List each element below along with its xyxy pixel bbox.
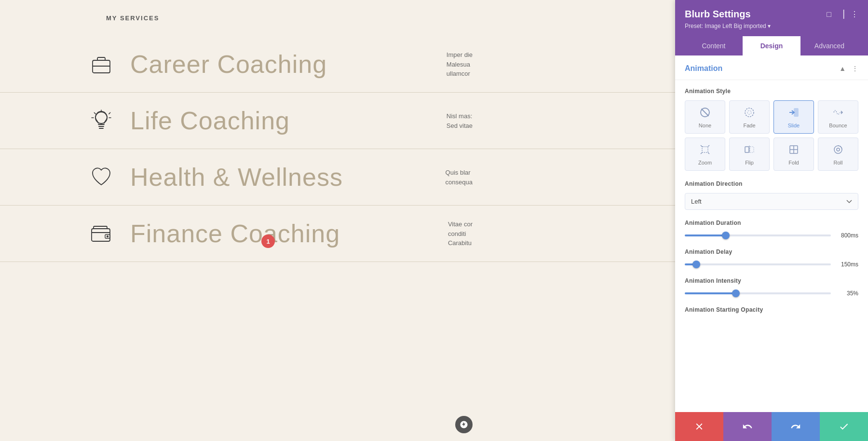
animation-direction-row: Animation Direction Left Right Top Botto… (685, 180, 858, 210)
section-collapse-icon[interactable]: ▲ (839, 65, 846, 72)
tool-icon[interactable] (455, 416, 473, 433)
slide-icon (788, 107, 800, 120)
health-description: Quis blar consequa (446, 168, 473, 187)
service-item-finance: Finance Coaching Vitae cor conditi Carab… (0, 206, 675, 262)
animation-duration-row: Animation Duration 800ms (685, 220, 858, 239)
anim-btn-fold[interactable]: Fold (773, 138, 814, 171)
redo-button[interactable] (772, 412, 820, 441)
svg-rect-0 (93, 60, 110, 73)
animation-intensity-slider: 35% (685, 290, 858, 297)
anim-btn-zoom[interactable]: Zoom (685, 138, 725, 171)
notification-badge: 1 (261, 234, 275, 248)
lightbulb-icon (87, 106, 116, 135)
svg-point-5 (107, 236, 108, 237)
bounce-label: Bounce (829, 123, 847, 128)
animation-style-grid: None Fade (685, 100, 858, 171)
service-item-health: Health & Wellness Quis blar consequa (0, 149, 675, 206)
my-services-label: MY SERVICES (0, 14, 675, 36)
anim-btn-roll[interactable]: Roll (818, 138, 858, 171)
undo-button[interactable] (723, 412, 772, 441)
slide-label: Slide (788, 123, 800, 128)
roll-label: Roll (834, 160, 843, 165)
panel-tabs: Content Design Advanced (685, 36, 858, 55)
panel-columns-icon[interactable]: ▕ (838, 10, 844, 19)
finance-coaching-title: Finance Coaching (130, 219, 340, 248)
panel-menu-icon[interactable]: ⋮ (851, 10, 858, 19)
fold-label: Fold (788, 160, 799, 165)
svg-rect-15 (750, 147, 754, 152)
wallet-icon (87, 219, 116, 248)
delay-value: 150ms (837, 261, 858, 268)
finance-description: Vitae cor conditi Carabitu (448, 220, 473, 248)
panel-body: Animation ▲ ⋮ Animation Style None (675, 55, 868, 441)
duration-value: 800ms (837, 232, 858, 239)
section-more-icon[interactable]: ⋮ (852, 65, 858, 72)
fade-label: Fade (743, 123, 755, 128)
animation-direction-label: Animation Direction (685, 180, 858, 187)
anim-btn-flip[interactable]: Flip (729, 138, 770, 171)
animation-intensity-row: Animation Intensity 35% (685, 277, 858, 297)
roll-icon (832, 144, 844, 157)
main-content: MY SERVICES Career Coaching Imper die Ma… (0, 0, 675, 441)
animation-style-label: Animation Style (685, 88, 858, 95)
intensity-track[interactable] (685, 292, 831, 294)
briefcase-icon (87, 50, 116, 79)
tab-content[interactable]: Content (685, 36, 743, 55)
anim-btn-none[interactable]: None (685, 100, 725, 134)
tab-advanced[interactable]: Advanced (800, 36, 858, 55)
panel-title: Blurb Settings (685, 9, 751, 20)
intensity-value: 35% (837, 290, 858, 297)
career-coaching-title: Career Coaching (130, 50, 327, 79)
animation-duration-slider: 800ms (685, 232, 858, 239)
duration-track[interactable] (685, 234, 831, 236)
service-item-career: Career Coaching Imper die Malesua ullamc… (0, 36, 675, 93)
fold-icon (788, 144, 800, 157)
settings-panel: Blurb Settings □ ▕ ⋮ Preset: Image Left … (675, 0, 868, 441)
section-header-icons: ▲ ⋮ (839, 65, 858, 72)
save-button[interactable] (820, 412, 868, 441)
health-wellness-title: Health & Wellness (130, 163, 343, 192)
animation-section-title: Animation (685, 64, 722, 73)
animation-delay-label: Animation Delay (685, 248, 858, 255)
life-description: Nisl mas: Sed vitae (447, 111, 473, 130)
bounce-icon (832, 107, 844, 120)
panel-reset-icon[interactable]: □ (827, 10, 831, 19)
animation-section-header: Animation ▲ ⋮ (675, 55, 868, 80)
panel-header: Blurb Settings □ ▕ ⋮ Preset: Image Left … (675, 0, 868, 55)
svg-point-20 (834, 146, 842, 153)
cancel-button[interactable] (675, 412, 723, 441)
delay-track[interactable] (685, 263, 831, 265)
heart-icon (87, 163, 116, 192)
flip-icon (744, 144, 755, 157)
anim-btn-slide[interactable]: Slide (773, 100, 814, 134)
anim-btn-fade[interactable]: Fade (729, 100, 770, 134)
panel-preset[interactable]: Preset: Image Left Big imported ▾ (685, 23, 858, 29)
svg-point-21 (837, 148, 840, 151)
animation-delay-row: Animation Delay 150ms (685, 248, 858, 268)
life-coaching-title: Life Coaching (130, 106, 290, 135)
svg-rect-14 (745, 147, 749, 152)
none-label: None (699, 123, 711, 128)
animation-starting-opacity-label: Animation Starting Opacity (685, 306, 858, 313)
tab-design[interactable]: Design (743, 36, 800, 55)
flip-label: Flip (745, 160, 754, 165)
intensity-fill (685, 292, 736, 294)
animation-direction-select[interactable]: Left Right Top Bottom Default (685, 193, 858, 210)
animation-duration-label: Animation Duration (685, 220, 858, 226)
svg-point-8 (745, 108, 754, 117)
intensity-thumb[interactable] (732, 289, 740, 297)
svg-line-7 (702, 109, 709, 116)
service-item-life: Life Coaching Nisl mas: Sed vitae (0, 93, 675, 149)
action-bar (675, 412, 868, 441)
animation-intensity-label: Animation Intensity (685, 277, 858, 284)
career-description: Imper die Malesua ullamcor (447, 50, 473, 79)
duration-thumb[interactable] (722, 232, 730, 239)
svg-rect-13 (702, 147, 708, 152)
svg-rect-3 (92, 229, 110, 241)
svg-point-9 (747, 110, 751, 114)
delay-thumb[interactable] (692, 261, 700, 268)
fade-icon (744, 107, 755, 120)
animation-style-section: Animation Style None (675, 80, 868, 327)
zoom-icon (699, 144, 711, 157)
anim-btn-bounce[interactable]: Bounce (818, 100, 858, 134)
